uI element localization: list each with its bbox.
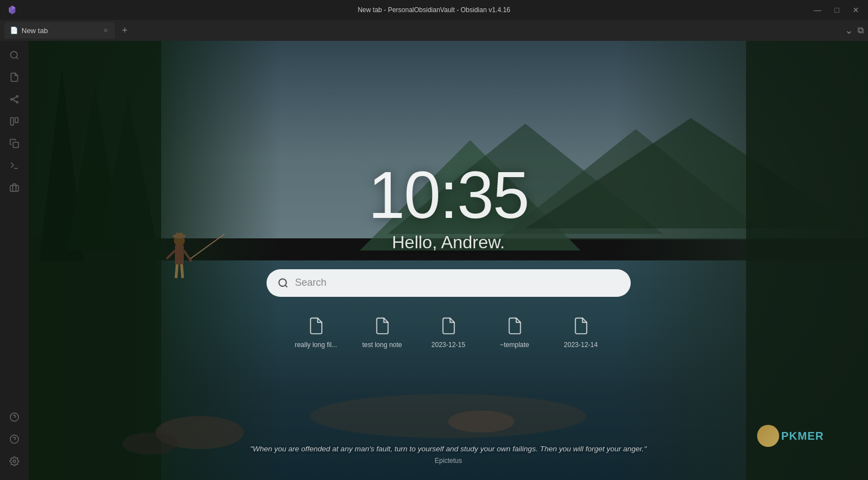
svg-point-7: [17, 95, 18, 97]
sidebar-item-pages[interactable]: [4, 134, 24, 153]
sidebar-bottom: [4, 407, 24, 476]
close-button[interactable]: ✕: [850, 4, 861, 15]
search-bar[interactable]: [267, 269, 631, 297]
quote-area: "When you are offended at any man's faul…: [29, 444, 868, 465]
svg-line-5: [16, 57, 18, 58]
sidebar-item-help-circle[interactable]: [4, 407, 24, 427]
main-content: 10:35 Hello, Andrew.: [29, 41, 868, 480]
file-icon-1: [307, 317, 325, 337]
content-area: 10:35 Hello, Andrew.: [29, 41, 868, 480]
file-name-4: ~template: [500, 341, 529, 349]
tab-list-icon[interactable]: ⌄: [845, 24, 853, 36]
greeting-text: Hello, Andrew.: [392, 232, 505, 253]
app-layout: 10:35 Hello, Andrew.: [0, 41, 868, 480]
obsidian-logo-icon: [7, 4, 18, 15]
file-item-5[interactable]: 2023-12-14: [559, 317, 603, 349]
sidebar-item-terminal[interactable]: [4, 156, 24, 175]
file-item-2[interactable]: test long note: [360, 317, 404, 349]
tab-label: New tab: [22, 26, 48, 35]
sidebar-item-files[interactable]: [4, 67, 24, 87]
svg-line-44: [285, 285, 287, 287]
svg-point-4: [10, 51, 17, 58]
pkmer-circle-icon: [757, 425, 779, 447]
svg-point-20: [13, 460, 16, 463]
svg-rect-15: [10, 185, 19, 191]
sidebar-item-search[interactable]: [4, 45, 24, 65]
tab-bar-actions: ⌄ ⧉: [845, 24, 864, 36]
svg-line-10: [12, 99, 17, 102]
search-icon: [278, 278, 289, 289]
title-bar-left: [7, 4, 18, 15]
tab-file-icon: 📄: [10, 26, 18, 34]
svg-rect-12: [15, 118, 18, 122]
svg-rect-13: [13, 142, 19, 148]
file-item-1[interactable]: really long fil...: [294, 317, 338, 349]
file-name-3: 2023-12-15: [432, 341, 465, 349]
pkmer-watermark: PKMER: [757, 425, 824, 447]
tab-close-button[interactable]: ✕: [102, 26, 109, 35]
recent-files: really long fil... test long note: [294, 317, 603, 349]
new-tab-button[interactable]: +: [117, 23, 132, 38]
file-icon-5: [572, 317, 590, 337]
pkmer-text: PKMER: [781, 430, 824, 442]
search-container: [267, 269, 631, 297]
split-view-icon[interactable]: ⧉: [858, 25, 864, 35]
sidebar-item-briefcase[interactable]: [4, 178, 24, 198]
sidebar-item-graph[interactable]: [4, 89, 24, 109]
svg-rect-11: [10, 118, 13, 125]
sidebar-item-kanban[interactable]: [4, 111, 24, 131]
maximize-button[interactable]: □: [833, 4, 842, 15]
window-controls: — □ ✕: [812, 4, 861, 15]
title-bar: New tab - PersonalObsidianVault - Obsidi…: [0, 0, 868, 20]
file-icon-3: [440, 317, 457, 337]
sidebar-item-help[interactable]: [4, 429, 24, 449]
svg-point-6: [10, 99, 12, 100]
time-display: 10:35: [368, 162, 528, 228]
svg-point-43: [279, 279, 286, 286]
quote-author: Epictetus: [139, 457, 758, 465]
file-icon-4: [506, 317, 524, 337]
search-input[interactable]: [295, 277, 620, 289]
file-name-2: test long note: [362, 341, 402, 349]
file-item-3[interactable]: 2023-12-15: [427, 317, 471, 349]
tab-bar: 📄 New tab ✕ + ⌄ ⧉: [0, 20, 868, 41]
file-icon-2: [374, 317, 391, 337]
file-name-5: 2023-12-14: [564, 341, 598, 349]
window-title: New tab - PersonalObsidianVault - Obsidi…: [358, 6, 510, 14]
tab-new-tab[interactable]: 📄 New tab ✕: [4, 22, 115, 39]
file-name-1: really long fil...: [295, 341, 337, 349]
minimize-button[interactable]: —: [812, 4, 824, 15]
sidebar-top: [4, 45, 24, 405]
svg-line-9: [12, 97, 17, 100]
file-item-4[interactable]: ~template: [493, 317, 537, 349]
svg-point-8: [17, 102, 18, 103]
quote-text: "When you are offended at any man's faul…: [139, 444, 758, 455]
sidebar-item-settings[interactable]: [4, 451, 24, 471]
sidebar: [0, 41, 29, 480]
